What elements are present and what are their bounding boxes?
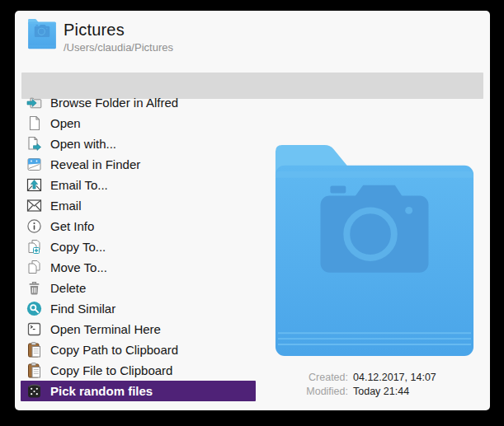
action-label: Email: [50, 199, 82, 213]
action-item-copy-file[interactable]: Copy File to Clipboard: [21, 360, 256, 381]
action-label: Reveal in Finder: [50, 157, 140, 171]
action-label: Delete: [50, 281, 86, 295]
action-item-open-with[interactable]: Open with...: [21, 133, 256, 154]
file-path: /Users/claudia/Pictures: [64, 41, 173, 54]
envelope-icon: [26, 197, 43, 214]
action-label: Copy File to Clipboard: [50, 363, 172, 377]
dice-icon: [26, 382, 43, 400]
action-item-open-terminal[interactable]: Open Terminal Here: [21, 319, 256, 339]
action-item-browse-folder[interactable]: Browse Folder in Alfred: [21, 92, 256, 113]
file-metadata: Created: 04.12.2017, 14:07 Modified: Tod…: [262, 371, 477, 399]
created-value: 04.12.2017, 14:07: [353, 371, 436, 385]
magnifier-circle-icon: [26, 300, 43, 317]
finder-icon: [26, 156, 43, 173]
action-label: Copy To...: [50, 240, 106, 254]
action-label: Move To...: [50, 260, 107, 274]
page-title: Pictures: [64, 21, 125, 40]
clipboard-icon: [26, 362, 43, 379]
action-label: Copy Path to Clipboard: [50, 343, 178, 357]
info-circle-icon: [26, 218, 43, 235]
action-label: Open with...: [50, 137, 116, 151]
action-label: Get Info: [50, 219, 94, 233]
action-label: Pick random files: [50, 384, 153, 398]
action-item-open[interactable]: Open: [21, 113, 256, 133]
pictures-folder-large-icon: [272, 138, 477, 362]
action-label: Email To...: [50, 178, 108, 192]
envelope-up-arrow-icon: [26, 176, 43, 194]
terminal-icon: [26, 321, 43, 338]
action-item-email-to[interactable]: Email To...: [21, 175, 256, 195]
action-list: Browse Folder in Alfred Open Open with..…: [21, 92, 256, 401]
document-arrow-icon: [26, 135, 43, 152]
clipboard-icon: [26, 341, 43, 358]
action-item-copy-to[interactable]: Copy To...: [21, 236, 256, 257]
action-label: Open Terminal Here: [50, 322, 161, 336]
action-item-get-info[interactable]: Get Info: [21, 216, 256, 236]
action-item-copy-path[interactable]: Copy Path to Clipboard: [21, 339, 256, 360]
created-label: Created:: [262, 371, 348, 385]
action-item-move-to[interactable]: Move To...: [21, 257, 256, 278]
move-documents-icon: [26, 259, 43, 276]
document-icon: [26, 115, 43, 132]
created-row: Created: 04.12.2017, 14:07: [262, 371, 477, 385]
action-label: Open: [50, 116, 81, 130]
modified-label: Modified:: [262, 385, 348, 399]
trash-icon: [26, 279, 43, 297]
modified-row: Modified: Today 21:44: [262, 385, 477, 399]
action-item-pick-random-files[interactable]: Pick random files: [21, 381, 256, 401]
action-label: Find Similar: [50, 302, 115, 316]
action-item-delete[interactable]: Delete: [21, 278, 256, 298]
modified-value: Today 21:44: [353, 385, 409, 399]
action-item-find-similar[interactable]: Find Similar: [21, 298, 256, 319]
alfred-file-action-panel: Pictures /Users/claudia/Pictures Browse …: [15, 11, 490, 410]
browse-folder-icon: [26, 94, 43, 111]
action-label: Browse Folder in Alfred: [50, 96, 178, 110]
pictures-folder-icon: [26, 18, 59, 49]
action-item-email[interactable]: Email: [21, 195, 256, 216]
action-item-reveal-in-finder[interactable]: Reveal in Finder: [21, 154, 256, 175]
copy-plus-icon: [26, 238, 43, 255]
